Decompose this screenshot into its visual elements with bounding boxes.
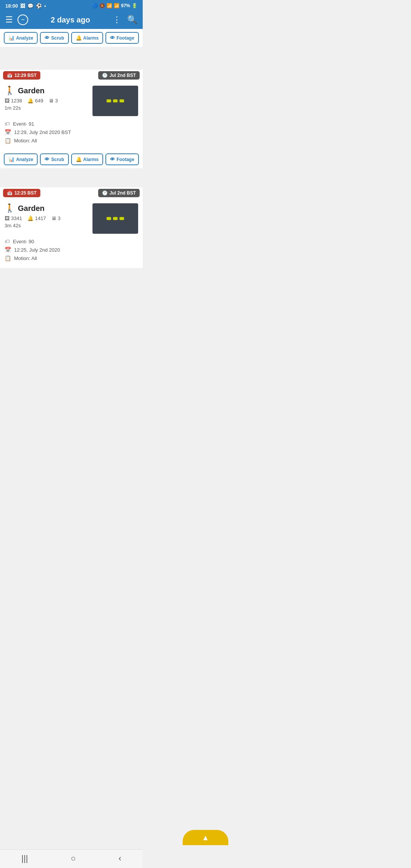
date-icon-1: 📅 <box>5 129 11 135</box>
screens-stat-1: 🖥 3 <box>49 98 58 104</box>
alarms-value-1: 649 <box>35 98 43 104</box>
event-number-text-1: Event- 91 <box>13 121 34 127</box>
photos-stat-2: 🖼 3341 <box>5 215 22 221</box>
wifi-icon: 📶 <box>107 3 112 8</box>
tag-icon-2: 🏷 <box>5 238 10 244</box>
timestamp-left-value-1: 12:29 BST <box>14 73 37 78</box>
top-analyze-button[interactable]: 📊 Analyze <box>4 32 38 44</box>
event-datetime-text-1: 12:29, July 2nd 2020 BST <box>14 129 71 135</box>
photos-stat-1: 🖼 1238 <box>5 98 22 104</box>
footage-button-1[interactable]: 👁 Footage <box>105 153 139 165</box>
alarms-label-1: Alarms <box>83 157 99 162</box>
timestamp-bar-2: 📅 12:25 BST 🕐 Jul 2nd BST <box>0 187 143 199</box>
status-right: 🔵 🔕 📶 📶 97% 🔋 <box>92 3 137 8</box>
event-section-2: 📅 12:25 BST 🕐 Jul 2nd BST 🚶 Garden 🖼 334… <box>0 187 143 268</box>
dot-4 <box>107 217 111 220</box>
photos-value-1: 1238 <box>11 98 22 104</box>
analyze-button-1[interactable]: 📊 Analyze <box>4 153 38 165</box>
back-icon[interactable]: − <box>18 14 28 25</box>
event-header-2: 🚶 Garden 🖼 3341 🔔 1417 🖥 3 <box>5 203 138 234</box>
event-number-2: 🏷 Event- 90 <box>5 238 138 244</box>
photo-icon: 🖼 <box>20 3 25 9</box>
timestamp-right-value-1: Jul 2nd BST <box>110 73 136 78</box>
alarm-stat-icon-1: 🔔 <box>27 98 33 104</box>
header-left: ☰ − <box>5 14 28 25</box>
top-footage-button[interactable]: 👁 Footage <box>105 32 139 44</box>
alarms-icon: 🔔 <box>76 35 82 41</box>
nav-back-button[interactable]: ||| <box>21 854 28 863</box>
more-icon[interactable]: ⋮ <box>113 15 121 25</box>
event-number-text-2: Event- 90 <box>13 239 34 244</box>
event-motion-text-1: Motion: All <box>14 138 37 144</box>
scrub-icon-1: 👁 <box>45 156 49 162</box>
nav-home-button[interactable]: ○ <box>71 854 76 863</box>
alarms-stat-1: 🔔 649 <box>27 98 43 104</box>
screen-stat-icon-2: 🖥 <box>51 215 56 221</box>
event-datetime-2: 📅 12:25, July 2nd 2020 <box>5 247 138 253</box>
battery-icon: 🔋 <box>132 3 137 8</box>
top-spacer <box>0 47 143 70</box>
scrub-button-1[interactable]: 👁 Scrub <box>40 153 68 165</box>
event-name-2: 🚶 Garden <box>5 203 92 213</box>
screen-stat-icon-1: 🖥 <box>49 98 54 104</box>
screens-value-2: 3 <box>58 215 61 221</box>
analyze-label-1: Analyze <box>16 157 33 162</box>
header: ☰ − 2 days ago ⋮ 🔍 <box>0 11 143 29</box>
thumbnail-dots-2 <box>107 217 124 220</box>
top-alarms-label: Alarms <box>83 35 99 41</box>
analyze-icon: 📊 <box>8 35 14 41</box>
event-action-row-1: 📊 Analyze 👁 Scrub 🔔 Alarms 👁 Footage <box>0 150 143 168</box>
event-datetime-1: 📅 12:29, July 2nd 2020 BST <box>5 129 138 135</box>
event-datetime-text-2: 12:25, July 2nd 2020 <box>14 247 60 253</box>
event-meta-1: 🏷 Event- 91 📅 12:29, July 2nd 2020 BST 📋… <box>0 118 143 150</box>
event-duration-1: 1m 22s <box>5 105 92 111</box>
dot-3 <box>119 99 124 102</box>
top-action-row: 📊 Analyze 👁 Scrub 🔔 Alarms 👁 Footage <box>0 29 143 47</box>
photos-value-2: 3341 <box>11 215 22 221</box>
date-icon-2: 📅 <box>5 247 11 253</box>
tag-icon-1: 🏷 <box>5 121 10 127</box>
mid-spacer <box>0 168 143 187</box>
scrub-icon: 👁 <box>45 35 49 41</box>
timestamp-left-value-2: 12:25 BST <box>14 190 37 196</box>
calendar-icon-1: 📅 <box>7 73 13 78</box>
alarms-icon-1: 🔔 <box>76 156 82 162</box>
footage-icon: 👁 <box>110 35 115 41</box>
event-duration-2: 3m 42s <box>5 223 92 228</box>
search-icon[interactable]: 🔍 <box>127 15 137 25</box>
alarms-stat-2: 🔔 1417 <box>27 215 46 221</box>
top-scrub-button[interactable]: 👁 Scrub <box>40 32 68 44</box>
calendar-icon-2: 📅 <box>7 190 13 196</box>
event-info-2: 🚶 Garden 🖼 3341 🔔 1417 🖥 3 <box>5 203 92 231</box>
event-card-1: 🚶 Garden 🖼 1238 🔔 649 🖥 3 <box>0 81 143 118</box>
event-name-text-1: Garden <box>18 86 45 95</box>
dot-2 <box>113 99 118 102</box>
thumbnail-dots-1 <box>107 99 124 102</box>
signal-icon: 📶 <box>114 3 119 8</box>
timestamp-left-1: 📅 12:29 BST <box>3 71 40 80</box>
clock-icon-1: 🕐 <box>102 73 108 78</box>
messenger-icon: 💬 <box>27 3 33 9</box>
photo-stat-icon-2: 🖼 <box>5 215 10 221</box>
bluetooth-icon: 🔵 <box>92 3 98 8</box>
alarms-value-2: 1417 <box>35 215 46 221</box>
soccer-icon: ⚽ <box>36 3 42 9</box>
dot-icon: • <box>44 3 46 9</box>
screens-stat-2: 🖥 3 <box>51 215 61 221</box>
top-analyze-label: Analyze <box>16 35 33 41</box>
top-alarms-button[interactable]: 🔔 Alarms <box>71 32 104 44</box>
timestamp-right-1: 🕐 Jul 2nd BST <box>98 71 140 80</box>
dot-6 <box>119 217 124 220</box>
header-right: ⋮ 🔍 <box>113 15 137 25</box>
event-motion-2: 📋 Motion: All <box>5 255 138 261</box>
event-name-1: 🚶 Garden <box>5 86 92 96</box>
status-left: 18:00 🖼 💬 ⚽ • <box>5 3 46 9</box>
menu-icon[interactable]: ☰ <box>5 15 13 25</box>
event-info-1: 🚶 Garden 🖼 1238 🔔 649 🖥 3 <box>5 86 92 114</box>
event-meta-2: 🏷 Event- 90 📅 12:25, July 2nd 2020 📋 Mot… <box>0 236 143 268</box>
event-motion-text-2: Motion: All <box>14 255 37 261</box>
event-card-2: 🚶 Garden 🖼 3341 🔔 1417 🖥 3 <box>0 199 143 236</box>
nav-recents-button[interactable]: ‹ <box>118 854 121 863</box>
alarms-button-1[interactable]: 🔔 Alarms <box>71 153 104 165</box>
battery-level: 97% <box>121 3 130 8</box>
